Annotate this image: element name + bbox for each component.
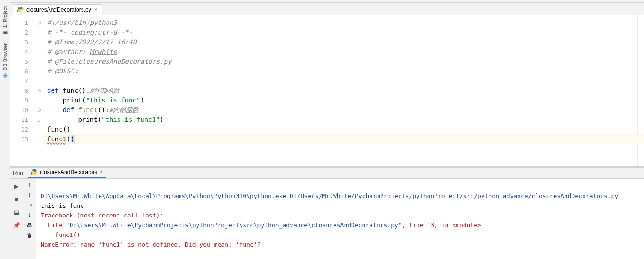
db-browser-label: DB Browser — [2, 43, 8, 71]
run-toolbar-secondary: ↑ ↓ ⇥ ⤓ 🖶 🗑 — [23, 179, 36, 259]
console-line: Traceback (most recent call last): — [41, 212, 163, 219]
code-area[interactable]: #!/usr/bin/python3 # -*- coding:utf-8 -*… — [43, 15, 638, 166]
pin-icon[interactable]: 📌 — [12, 220, 21, 229]
fold-mark[interactable]: ⊖ — [35, 18, 43, 28]
fold-mark[interactable]: ⊖ — [35, 105, 43, 115]
code-text: # -*- coding:utf-8 -*- — [47, 29, 132, 36]
code-text: # @Time:2022/7/17 16:40 — [47, 38, 137, 46]
console-line: ", line 13, in <module> — [398, 222, 481, 229]
line-number[interactable]: 8 — [10, 86, 35, 96]
code-text: ( — [66, 135, 70, 143]
fold-end[interactable]: ⌞ — [35, 115, 43, 125]
console-line: this is func — [41, 202, 84, 209]
line-number[interactable]: 6 — [10, 66, 35, 76]
run-tool-window: Run: closuresAndDecorators × ▶ ■ ⬓ 📌 — [10, 168, 644, 259]
code-text: #!/usr/bin/python3 — [47, 19, 117, 26]
code-text: print — [78, 116, 97, 123]
code-text: (): — [98, 106, 109, 114]
up-icon[interactable]: ↑ — [28, 181, 31, 188]
line-number[interactable]: 11 — [10, 115, 35, 125]
console-line: func1() — [41, 231, 80, 238]
down-icon[interactable]: ↓ — [28, 192, 31, 198]
rerun-icon[interactable]: ▶ — [12, 181, 21, 191]
folder-icon: ▮ — [2, 30, 8, 36]
code-text: def — [63, 106, 78, 114]
file-tab-label: closuresAndDecorators.py — [26, 6, 91, 13]
code-text — [47, 96, 63, 104]
line-number[interactable]: 3 — [10, 37, 35, 47]
line-number[interactable]: 10 — [10, 105, 35, 115]
code-text: func() — [47, 126, 71, 133]
soft-wrap-icon[interactable]: ⇥ — [27, 202, 32, 208]
code-text: # @author: — [47, 48, 90, 55]
run-body: ▶ ■ ⬓ 📌 ↑ ↓ ⇥ ⤓ 🖶 🗑 D:\Users\Mr.White\Ap… — [10, 179, 644, 259]
code-text — [47, 116, 78, 123]
editor-tab-row: closuresAndDecorators.py × — [10, 3, 644, 15]
layout-icon[interactable]: ⬓ — [12, 207, 21, 217]
db-browser-tool-button[interactable]: ◉ DB Browser — [1, 41, 9, 82]
console-line: File " — [41, 222, 70, 229]
code-text: ( — [98, 116, 101, 123]
code-text: func1 — [47, 135, 66, 143]
stop-icon[interactable]: ■ — [12, 194, 21, 204]
line-number[interactable]: 4 — [10, 47, 35, 57]
code-text: #内部函数 — [109, 106, 139, 114]
run-toolbar-primary: ▶ ■ ⬓ 📌 — [10, 179, 23, 259]
project-tool-button[interactable]: ▮ 1: Project — [1, 4, 9, 39]
code-text: ) — [71, 135, 75, 143]
console-line: NameError: name 'func1' is not defined. … — [41, 241, 261, 248]
app-root: ▮ 1: Project ◉ DB Browser closuresAndDec… — [0, 0, 644, 259]
line-number[interactable]: 5 — [10, 57, 35, 66]
console-output[interactable]: D:\Users\Mr.White\AppData\Local\Programs… — [36, 179, 644, 259]
code-text: "this is func" — [86, 96, 140, 104]
close-icon[interactable]: × — [100, 169, 103, 175]
run-tab-label: closuresAndDecorators — [40, 169, 97, 175]
run-header: Run: closuresAndDecorators × — [10, 168, 644, 179]
editor: 1 2 3 4 5 6 7 8 9 10 11 12 13 ⊖ ⊖ ⊖ ⌞ — [10, 15, 644, 166]
console-file-link[interactable]: D:\Users\Mr.White\PycharmProjects\python… — [70, 222, 398, 229]
line-number[interactable]: 13 — [10, 134, 35, 144]
print-icon[interactable]: 🖶 — [27, 222, 32, 229]
code-text: #外部函数 — [90, 87, 119, 94]
code-text: func1 — [78, 106, 97, 114]
scroll-to-end-icon[interactable]: ⤓ — [27, 212, 32, 218]
run-label: Run: — [13, 170, 24, 176]
line-number[interactable]: 12 — [10, 125, 35, 134]
main-area: closuresAndDecorators.py × 1 2 3 4 5 6 7… — [10, 0, 644, 259]
trash-icon[interactable]: 🗑 — [27, 232, 32, 239]
code-text — [47, 106, 63, 114]
code-text: # @File:closuresAndDecorators.py — [47, 58, 172, 65]
left-tool-rail: ▮ 1: Project ◉ DB Browser — [0, 0, 10, 259]
code-text: ) — [140, 96, 144, 104]
code-text: Mrwhite — [90, 48, 117, 55]
fold-mark[interactable]: ⊖ — [35, 86, 43, 96]
line-number[interactable]: 2 — [10, 28, 35, 37]
console-line: D:\Users\Mr.White\AppData\Local\Programs… — [41, 193, 618, 199]
line-number[interactable]: 7 — [10, 76, 35, 86]
code-text: print — [63, 96, 82, 104]
db-icon: ◉ — [2, 72, 8, 79]
file-tab[interactable]: closuresAndDecorators.py × — [13, 4, 102, 15]
code-text: (): — [78, 87, 89, 94]
code-text: func — [63, 87, 78, 94]
line-number-gutter: 1 2 3 4 5 6 7 8 9 10 11 12 13 — [10, 15, 35, 166]
project-label: 1: Project — [2, 6, 8, 28]
close-icon[interactable]: × — [94, 6, 97, 13]
code-text: ) — [160, 116, 163, 123]
line-number[interactable]: 1 — [10, 18, 35, 28]
code-text — [43, 76, 637, 86]
python-file-icon — [31, 169, 37, 175]
fold-gutter: ⊖ ⊖ ⊖ ⌞ — [35, 15, 43, 166]
run-config-tab[interactable]: closuresAndDecorators × — [28, 168, 106, 178]
code-text: "this is func1" — [101, 116, 160, 123]
python-file-icon — [17, 6, 24, 13]
code-text: def — [47, 87, 63, 94]
code-text: # @DESC: — [47, 67, 78, 75]
line-number[interactable]: 9 — [10, 96, 35, 105]
